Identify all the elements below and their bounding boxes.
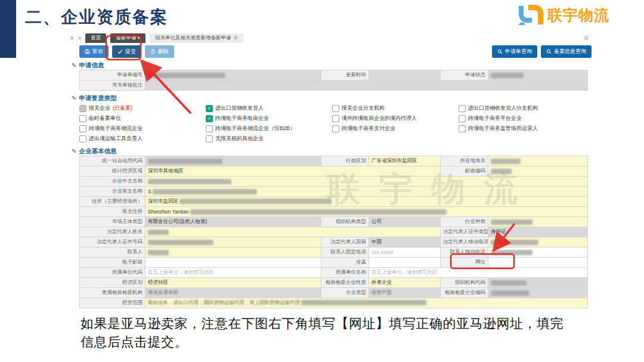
qualification-checkbox[interactable]: 跨境电子商务平台企业 <box>459 115 585 122</box>
field-value[interactable]: 深圳市盐田区 <box>145 197 588 207</box>
save-button[interactable]: 暂存 <box>79 45 109 58</box>
checkbox-icon[interactable] <box>79 135 86 143</box>
qualification-checkbox[interactable]: 进出口货物收发货人分支机构 <box>459 104 585 112</box>
qualification-checkbox[interactable]: 进出境运输工具负责人 <box>79 135 206 143</box>
checkbox-icon[interactable]: ✓ <box>206 115 213 122</box>
field-value[interactable]: Shenzhen Yantian <box>145 207 588 217</box>
table-row: 市场主体类型有限责任公司(自然人独资) 组织机构类型公司 行业种类 <box>80 217 588 227</box>
checkbox-icon[interactable] <box>459 115 466 122</box>
checkbox-icon[interactable] <box>332 105 339 112</box>
field-label: 所在地海关 <box>441 156 488 166</box>
redacted-value <box>491 240 538 245</box>
qualification-checkbox[interactable]: 报关企业分支机构 <box>332 104 459 112</box>
qualification-checkbox[interactable]: 境外跨境电商企业的境内代理人 <box>332 115 459 122</box>
qualification-checkbox[interactable]: 跨境电子商务支付企业 <box>332 125 459 132</box>
field-label: 企业类型 <box>321 288 369 298</box>
section-header-basic-info: ✎ 企业基本信息 <box>70 147 592 156</box>
submit-button[interactable]: 提交 <box>112 45 141 58</box>
field-label: 统一社会信用代码 <box>80 156 145 166</box>
collapse-icon[interactable]: « <box>78 35 82 41</box>
checkbox-icon[interactable] <box>206 125 213 132</box>
field-label: 网址 <box>441 258 488 268</box>
field-value[interactable]: 广东省深圳市盐田区 <box>369 156 441 166</box>
delete-button[interactable]: 删除 <box>145 45 174 58</box>
checkbox-icon[interactable] <box>332 125 339 132</box>
tab-active-application[interactable]: 报关单位及相关资质新增备案申请⊗ <box>150 33 243 43</box>
checkbox-icon[interactable] <box>459 125 466 132</box>
field-value[interactable] <box>145 237 321 247</box>
field-value: 身份证 <box>488 227 588 237</box>
field-value[interactable] <box>488 258 588 268</box>
field-value[interactable] <box>488 166 588 177</box>
field-value[interactable]: S <box>145 187 588 197</box>
redacted-value <box>491 280 527 286</box>
tab-filing-menu[interactable]: 备案申请 ▾ <box>110 33 145 43</box>
field-label: 申请状态 <box>441 70 488 81</box>
field-value[interactable] <box>145 247 321 258</box>
qualification-checkbox[interactable]: 跨境电子商务物流企业 <box>79 125 206 132</box>
close-tab-icon[interactable]: ⊗ <box>234 35 238 41</box>
checkbox-icon[interactable] <box>79 115 86 122</box>
qualification-checkbox[interactable]: 报关企业(已备案) <box>79 104 206 112</box>
form-screenshot: ≡ « 首页 备案申请 ▾ 报关单位及相关资质新增备案申请⊗ ⊗ 暂存 提交 删… <box>70 33 592 310</box>
qualification-checkbox[interactable]: 跨境电子商务监管场所运营人 <box>459 125 585 132</box>
checkbox-label: 进出口货物收发货人 <box>215 104 264 112</box>
checkbox-icon[interactable]: ✓ <box>206 105 213 112</box>
field-value <box>145 70 321 81</box>
checkbox-label: 跨境电子商务平台企业 <box>468 115 522 122</box>
checkbox-icon[interactable] <box>459 105 466 112</box>
field-value <box>488 278 588 288</box>
tab-home[interactable]: 首页 <box>85 33 106 43</box>
field-value[interactable] <box>369 258 441 268</box>
table-row: 住所（主要经营场所）深圳市盐田区 <box>80 197 588 207</box>
checkbox-label: 境外跨境电商企业的境内代理人 <box>342 115 417 122</box>
field-value[interactable]: 深圳市其他地区 <box>145 166 441 177</box>
field-value[interactable]: xxx-xxxxx <box>369 247 441 258</box>
table-row: 申请单编号更新时间申请状态 <box>80 70 588 81</box>
qualification-checkbox[interactable]: ✓跨境电子商务电商企业 <box>206 115 332 122</box>
field-value[interactable] <box>145 258 321 268</box>
redacted-value <box>301 300 426 305</box>
table-row: 英文住所Shenzhen Yantian <box>80 207 588 217</box>
checkbox-icon[interactable] <box>79 125 86 132</box>
field-value[interactable] <box>145 177 588 187</box>
qualification-checkbox[interactable]: 跨境电子商务物流企业（仅B2B） <box>206 125 332 132</box>
field-label: 法定代表人移动电话 <box>441 237 488 247</box>
redacted-value <box>491 219 532 225</box>
table-row: 法定代表人姓名法定代表人证件类型身份证 <box>80 227 588 237</box>
toolbar: 暂存 提交 删除 申请单查询 备案信息查询 <box>70 45 592 58</box>
field-value[interactable]: 外资企业 <box>369 278 441 288</box>
field-label: 市场主体类型 <box>80 217 145 227</box>
checkbox-icon[interactable] <box>332 115 339 122</box>
checkbox-label: 跨境电子商务物流企业 <box>89 125 143 132</box>
checkbox-icon[interactable] <box>79 105 86 112</box>
redacted-value <box>148 230 169 235</box>
field-value[interactable]: 经济特区 <box>145 278 321 288</box>
field-value[interactable] <box>488 247 588 258</box>
field-value[interactable]: 若无上级单位，请勿填写此栏 <box>145 268 321 278</box>
field-value[interactable]: 装卸业务；进出口代理；国际货物运输代理；海上国际货物运输代理 <box>145 298 588 308</box>
qualification-checkbox[interactable]: 临时备案单位 <box>79 115 206 122</box>
checkbox-icon[interactable] <box>206 135 213 143</box>
page-title: 二、企业资质备案 <box>25 6 168 29</box>
field-value[interactable] <box>488 217 588 227</box>
field-label: 申请单编号 <box>80 70 145 81</box>
window-control-icon[interactable]: ⊗ <box>584 34 592 42</box>
field-value[interactable]: 若无上级单位，请勿填写此栏 <box>369 268 588 278</box>
field-label: 更新时间 <box>321 70 369 81</box>
qualification-checkbox[interactable]: ✓进出口货物收发货人 <box>206 104 332 112</box>
field-label: 邮政编码 <box>441 166 488 177</box>
checkbox-label: 跨境电子商务支付企业 <box>342 125 395 132</box>
menu-icon[interactable]: ≡ <box>70 35 74 41</box>
field-label: 检验检疫企业编码 <box>441 288 488 298</box>
field-value[interactable] <box>145 227 441 237</box>
field-label: 联系人 <box>80 247 145 258</box>
field-value[interactable] <box>488 156 588 166</box>
filing-info-query-button[interactable]: 备案信息查询 <box>541 45 592 58</box>
table-row: 法定代表人证件号码法定代表人国籍中国 法定代表人移动电话 <box>80 237 588 247</box>
qualification-checkbox[interactable]: 无报关权的其他企业 <box>206 135 332 143</box>
application-query-button[interactable]: 申请单查询 <box>492 45 537 58</box>
field-value[interactable] <box>488 237 588 247</box>
check-icon <box>117 49 123 54</box>
field-label: 海关审核批注 <box>80 81 145 91</box>
